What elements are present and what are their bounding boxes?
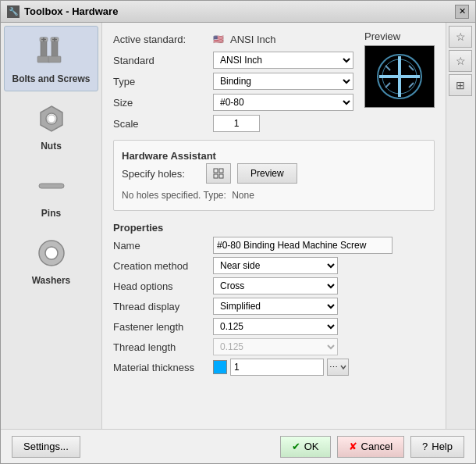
creation-method-select[interactable]: Near side Far side Both sides: [213, 257, 338, 274]
sidebar-item-washers[interactable]: Washers: [4, 227, 98, 293]
material-thickness-input[interactable]: 1: [230, 359, 324, 376]
svg-rect-25: [219, 169, 223, 173]
svg-rect-9: [48, 56, 61, 62]
active-standard-label: Active standard:: [113, 34, 207, 45]
head-options-select[interactable]: Cross Slotted: [213, 277, 338, 294]
thread-length-label: Thread length: [113, 341, 207, 353]
thread-display-row: Thread display Simplified Schematic Cosm…: [113, 298, 435, 315]
name-row: Name #0-80 Binding Head Machine Screw: [113, 237, 435, 254]
thread-display-select[interactable]: Simplified Schematic Cosmetic: [213, 298, 338, 315]
ok-label: OK: [304, 441, 319, 452]
flag-icon: 🇺🇸: [213, 34, 224, 45]
main-form: Active standard: 🇺🇸 ANSI Inch Standard A…: [102, 23, 446, 429]
scale-row: Scale 1: [113, 115, 353, 132]
material-thickness-label: Material thickness: [113, 362, 207, 373]
size-row: Size #0-80: [113, 94, 353, 111]
preview-box: [364, 45, 435, 108]
specify-holes-label: Specify holes:: [122, 168, 200, 180]
standard-row: Standard ANSI Inch: [113, 52, 353, 69]
sidebar-item-nuts-label: Nuts: [41, 141, 62, 152]
no-holes-text: No holes specified. Type: None: [122, 190, 254, 201]
top-form: Active standard: 🇺🇸 ANSI Inch Standard A…: [113, 30, 353, 132]
hardware-assistant-section: Hardware Assistant Specify holes: Previe…: [113, 140, 435, 211]
cancel-button[interactable]: ✘ Cancel: [337, 436, 404, 458]
scale-input[interactable]: 1: [213, 115, 260, 132]
bolts-icon: [33, 33, 70, 70]
svg-line-20: [385, 66, 390, 70]
material-thickness-color[interactable]: [213, 360, 227, 374]
specify-row: Specify holes: Preview: [122, 163, 426, 184]
cancel-label: Cancel: [361, 441, 393, 452]
specify-holes-button[interactable]: [206, 163, 231, 184]
fastener-length-row: Fastener length 0.125 0.25: [113, 318, 435, 335]
ok-checkmark: ✔: [292, 441, 300, 452]
sidebar-item-bolts-label: Bolts and Screws: [12, 73, 90, 84]
nuts-icon: [33, 100, 70, 137]
ok-button[interactable]: ✔ OK: [280, 436, 331, 458]
title-bar: 🔧 Toolbox - Hardware ✕: [1, 1, 475, 23]
thread-length-select[interactable]: 0.125: [213, 338, 338, 355]
sidebar-item-nuts[interactable]: Nuts: [4, 93, 98, 159]
pins-icon: [33, 167, 70, 205]
size-label: Size: [113, 97, 207, 109]
favorite-button-2[interactable]: ☆: [449, 50, 472, 72]
creation-method-label: Creation method: [113, 260, 207, 272]
footer-left: Settings...: [12, 436, 80, 458]
title-bar-left: 🔧 Toolbox - Hardware: [7, 5, 118, 18]
active-standard-row: Active standard: 🇺🇸 ANSI Inch: [113, 30, 353, 48]
preview-label: Preview: [364, 30, 400, 42]
settings-button[interactable]: Settings...: [12, 436, 80, 458]
footer: Settings... ✔ OK ✘ Cancel ? Help: [1, 429, 475, 463]
main-window: 🔧 Toolbox - Hardware ✕: [0, 0, 476, 464]
no-holes-row: No holes specified. Type: None: [122, 187, 426, 204]
scale-label: Scale: [113, 118, 207, 130]
properties-section: Properties Name #0-80 Binding Head Machi…: [113, 219, 435, 376]
type-select[interactable]: Binding: [213, 73, 353, 90]
svg-rect-27: [219, 174, 223, 178]
preview-button[interactable]: Preview: [237, 163, 297, 184]
active-standard-value: ANSI Inch: [230, 34, 276, 45]
sidebar-item-pins-label: Pins: [41, 208, 61, 219]
cancel-x: ✘: [349, 441, 357, 452]
material-thickness-input-group: 1 ⋯: [213, 359, 349, 376]
sidebar-item-bolts[interactable]: Bolts and Screws: [4, 26, 98, 91]
svg-rect-26: [214, 174, 218, 178]
thread-display-label: Thread display: [113, 301, 207, 312]
properties-title: Properties: [113, 222, 435, 234]
sidebar-item-washers-label: Washers: [32, 275, 71, 286]
content-area: Bolts and Screws Nuts: [1, 23, 475, 429]
head-options-label: Head options: [113, 280, 207, 292]
svg-rect-24: [214, 169, 218, 173]
svg-rect-4: [37, 56, 50, 62]
right-panel: ☆ ☆ ⊞: [446, 23, 475, 429]
material-thickness-row: Material thickness 1 ⋯: [113, 359, 435, 376]
name-input[interactable]: #0-80 Binding Head Machine Screw: [213, 237, 393, 254]
svg-rect-13: [39, 184, 64, 188]
type-label: Type: [113, 76, 207, 87]
size-select[interactable]: #0-80: [213, 94, 353, 111]
head-options-row: Head options Cross Slotted: [113, 277, 435, 294]
help-button[interactable]: ? Help: [410, 436, 464, 458]
standard-label: Standard: [113, 55, 207, 66]
top-section: Active standard: 🇺🇸 ANSI Inch Standard A…: [113, 30, 435, 132]
close-button[interactable]: ✕: [455, 5, 469, 19]
help-label: Help: [432, 441, 453, 452]
window-title: Toolbox - Hardware: [24, 5, 118, 17]
fastener-length-label: Fastener length: [113, 321, 207, 333]
creation-method-row: Creation method Near side Far side Both …: [113, 257, 435, 274]
sidebar-item-pins[interactable]: Pins: [4, 160, 98, 226]
grid-button[interactable]: ⊞: [449, 74, 472, 96]
favorite-button-1[interactable]: ☆: [449, 26, 472, 48]
help-icon: ?: [422, 441, 428, 452]
thread-length-row: Thread length 0.125: [113, 338, 435, 355]
washers-icon: [33, 234, 70, 272]
hardware-assistant-title: Hardware Assistant: [122, 150, 426, 162]
material-thickness-dots-button[interactable]: ⋯: [327, 359, 349, 376]
svg-point-15: [45, 247, 58, 259]
standard-select[interactable]: ANSI Inch: [213, 52, 353, 69]
sidebar: Bolts and Screws Nuts: [1, 23, 102, 429]
svg-line-22: [385, 83, 390, 87]
fastener-length-select[interactable]: 0.125 0.25: [213, 318, 338, 335]
toolbox-icon: 🔧: [7, 5, 20, 18]
footer-right: ✔ OK ✘ Cancel ? Help: [280, 436, 464, 458]
